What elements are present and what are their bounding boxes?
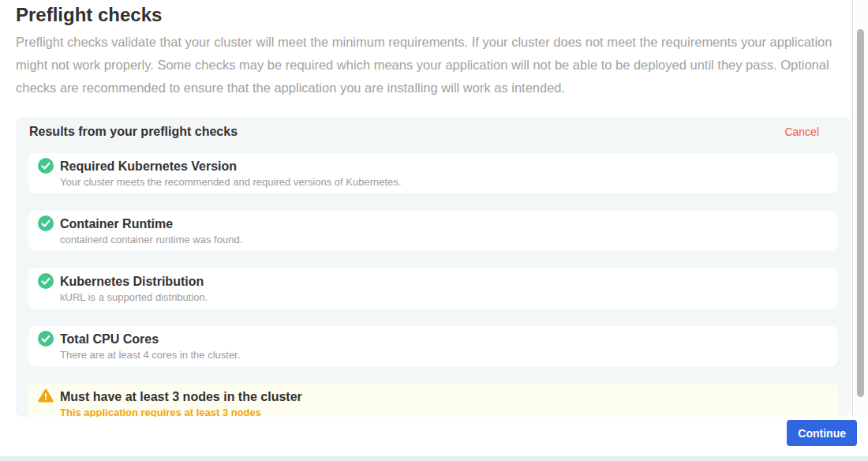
check-title: Total CPU Cores bbox=[60, 332, 829, 347]
check-message: There are at least 4 cores in the cluste… bbox=[60, 349, 829, 361]
check-title: Container Runtime bbox=[60, 216, 829, 231]
check-item: Required Kubernetes Version Your cluster… bbox=[28, 153, 838, 193]
check-message: This application requires at least 3 nod… bbox=[60, 407, 829, 417]
footer-bar: Continue bbox=[0, 417, 868, 456]
check-message: kURL is a supported distribution. bbox=[60, 291, 829, 303]
check-item: Must have at least 3 nodes in the cluste… bbox=[28, 384, 838, 417]
check-circle-icon bbox=[38, 216, 54, 231]
cancel-link[interactable]: Cancel bbox=[784, 126, 819, 138]
page-description: Preflight checks validate that your clus… bbox=[16, 31, 839, 99]
check-circle-icon bbox=[38, 158, 54, 174]
page-title: Preflight checks bbox=[16, 4, 162, 26]
continue-button[interactable]: Continue bbox=[787, 420, 857, 446]
check-item: Container Runtime containerd container r… bbox=[28, 211, 838, 251]
check-title: Kubernetes Distribution bbox=[60, 274, 829, 289]
bottom-strip bbox=[0, 456, 868, 461]
scrollbar-thumb[interactable] bbox=[857, 29, 864, 397]
check-message: containerd container runtime was found. bbox=[60, 234, 829, 245]
results-card-header: Results from your preflight checks bbox=[29, 125, 238, 139]
check-title: Required Kubernetes Version bbox=[60, 159, 829, 174]
check-item: Total CPU Cores There are at least 4 cor… bbox=[28, 326, 838, 366]
check-title: Must have at least 3 nodes in the cluste… bbox=[60, 389, 829, 404]
warning-triangle-icon bbox=[38, 388, 54, 404]
preflight-results-card: Results from your preflight checks Cance… bbox=[16, 117, 851, 417]
checks-list: Required Kubernetes Version Your cluster… bbox=[28, 153, 838, 417]
check-circle-icon bbox=[38, 331, 54, 347]
check-message: Your cluster meets the recommended and r… bbox=[60, 176, 829, 188]
scrollbar-track[interactable] bbox=[853, 0, 868, 456]
check-item: Kubernetes Distribution kURL is a suppor… bbox=[28, 268, 838, 309]
check-circle-icon bbox=[38, 273, 54, 289]
